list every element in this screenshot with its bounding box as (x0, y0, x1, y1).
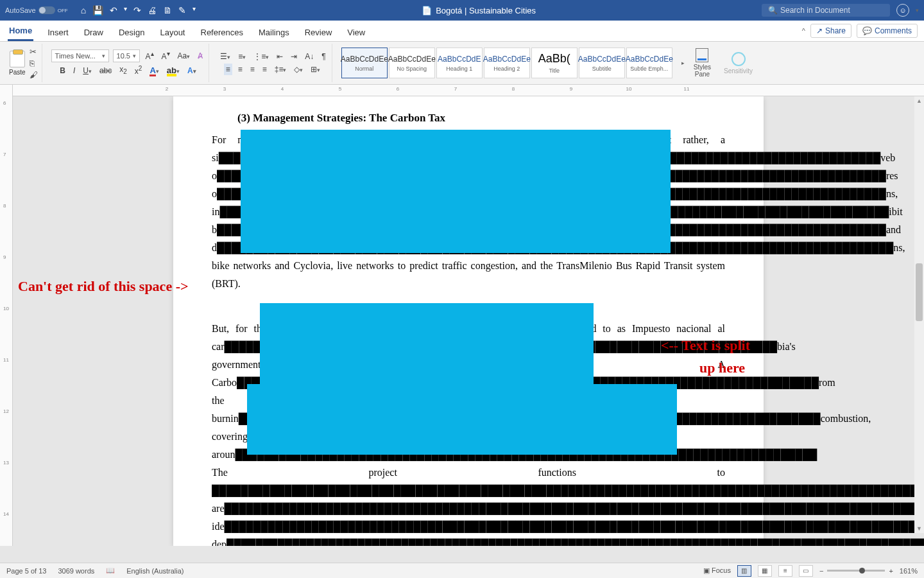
tab-references[interactable]: References (200, 24, 244, 41)
newdoc-icon[interactable]: 🗎 (163, 5, 172, 15)
slider-track[interactable] (827, 570, 885, 572)
autosave-state: OFF (58, 8, 68, 13)
bold-button[interactable]: B (58, 65, 67, 76)
annotation-left: Can't get rid of this space -> (18, 278, 189, 295)
style-heading-1[interactable]: AaBbCcDdEHeading 1 (436, 48, 483, 78)
align-left-button[interactable]: ≡ (224, 64, 232, 75)
bullets-button[interactable]: ☰▾ (218, 51, 232, 62)
comment-icon: 💬 (862, 26, 872, 35)
sensitivity-icon (732, 52, 746, 66)
ribbon-collapse-icon[interactable]: ^ (802, 27, 805, 35)
tab-home[interactable]: Home (8, 22, 33, 41)
user-chevron-icon[interactable]: ▾ (916, 7, 919, 13)
toggle-icon (38, 6, 55, 14)
word-count[interactable]: 3069 words (58, 567, 94, 575)
copy-icon[interactable]: ⎘ (30, 58, 38, 68)
tab-review[interactable]: Review (304, 24, 334, 41)
draft-view-icon[interactable]: ▭ (799, 565, 813, 577)
justify-button[interactable]: ≡ (261, 64, 269, 75)
clear-formatting-icon[interactable]: A̷ (196, 50, 205, 62)
page-area[interactable]: (3) Management Strategies: The Carbon Ta… (13, 96, 924, 546)
shading-button[interactable]: ◇▾ (292, 64, 305, 75)
outline-view-icon[interactable]: ≡ (778, 565, 792, 577)
autosave-toggle[interactable]: AutoSave OFF (5, 6, 68, 14)
user-account-icon[interactable]: ☺ (896, 4, 909, 17)
align-right-button[interactable]: ≡ (248, 64, 257, 75)
align-center-button[interactable]: ≡ (236, 64, 244, 75)
font-color-button[interactable]: A▾ (148, 64, 160, 76)
line-spacing-button[interactable]: ‡≡▾ (273, 64, 289, 75)
window-title: 📄 Bogotá | Sustainable Cities (196, 6, 762, 15)
tab-insert[interactable]: Insert (46, 24, 70, 41)
style-no-spacing[interactable]: AaBbCcDdEeNo Spacing (389, 48, 435, 78)
undo-chevron-icon[interactable]: ▾ (124, 5, 127, 15)
styles-pane-button[interactable]: Styles Pane (694, 48, 711, 78)
borders-button[interactable]: ⊞▾ (309, 64, 322, 75)
comments-button[interactable]: 💬Comments (857, 24, 918, 38)
paste-button[interactable]: Paste (9, 51, 26, 76)
page-indicator[interactable]: Page 5 of 13 (6, 567, 46, 575)
style-heading-2[interactable]: AaBbCcDdEeHeading 2 (484, 48, 530, 78)
tab-design[interactable]: Design (117, 24, 146, 41)
zoom-slider[interactable]: − + (819, 567, 893, 575)
vertical-scrollbar[interactable]: ▲ ▼ (914, 96, 924, 533)
style-title[interactable]: AaBb(Title (531, 48, 578, 78)
print-layout-view-icon[interactable]: ▥ (737, 565, 751, 577)
styles-pane-group: Styles Pane (690, 44, 715, 82)
grow-font-icon[interactable]: A▴ (144, 49, 156, 62)
tab-view[interactable]: View (346, 24, 366, 41)
annotation-right-1: <-- Text is split (661, 337, 750, 354)
format-painter-icon[interactable]: 🖌 (30, 70, 38, 80)
multilevel-list-button[interactable]: ⋮≡▾ (252, 51, 271, 62)
style-normal[interactable]: AaBbCcDdEeNormal (341, 48, 388, 78)
styles-more-icon[interactable]: ▸ (681, 60, 685, 66)
undo-icon[interactable]: ↶ (110, 5, 117, 15)
save-icon[interactable]: 💾 (92, 5, 103, 15)
language-indicator[interactable]: English (Australia) (126, 567, 184, 575)
spellcheck-icon[interactable]: 📖 (106, 566, 115, 575)
cut-icon[interactable]: ✂ (30, 47, 38, 57)
style-subtle-emph-[interactable]: AaBbCcDdEeSubtle Emph... (626, 48, 672, 78)
text-effects-button[interactable]: A▾ (185, 65, 198, 76)
focus-mode-button[interactable]: ▣ Focus (703, 566, 731, 575)
underline-button[interactable]: U▾ (81, 65, 94, 76)
increase-indent-button[interactable]: ⇥ (289, 51, 299, 62)
section-heading[interactable]: (3) Management Strategies: The Carbon Ta… (237, 112, 725, 125)
scroll-up-icon[interactable]: ▲ (916, 98, 922, 104)
vertical-ruler[interactable]: 67891011121314 (0, 96, 13, 546)
show-marks-button[interactable]: ¶ (320, 51, 327, 62)
numbering-button[interactable]: ≡▾ (236, 51, 248, 62)
tab-layout[interactable]: Layout (158, 24, 186, 41)
font-size-dropdown[interactable]: 10.5▾ (113, 49, 140, 62)
text-highlight-button[interactable]: ab▾ (165, 64, 182, 76)
tab-draw[interactable]: Draw (83, 24, 105, 41)
home-icon[interactable]: ⌂ (81, 5, 86, 15)
redo-icon[interactable]: ↷ (133, 5, 141, 15)
italic-button[interactable]: I (71, 65, 77, 76)
strikethrough-button[interactable]: abc (98, 65, 114, 76)
superscript-button[interactable]: x2 (133, 64, 144, 77)
print-icon[interactable]: 🖨 (148, 5, 157, 15)
change-case-icon[interactable]: Aa▾ (176, 50, 193, 62)
scroll-down-icon[interactable]: ▼ (916, 525, 922, 532)
style-subtitle[interactable]: AaBbCcDdEeSubtitle (579, 48, 625, 78)
zoom-level[interactable]: 161% (900, 567, 918, 575)
tab-mailings[interactable]: Mailings (257, 24, 291, 41)
web-layout-view-icon[interactable]: ▦ (758, 565, 772, 577)
subscript-button[interactable]: x2 (117, 64, 129, 76)
slider-thumb-icon[interactable] (859, 568, 865, 574)
share-button[interactable]: ↗Share (810, 24, 851, 38)
shrink-font-icon[interactable]: A▾ (160, 49, 172, 62)
editmode-icon[interactable]: ✎ (178, 5, 186, 15)
sort-button[interactable]: A↓ (303, 51, 316, 62)
zoom-out-icon[interactable]: − (819, 567, 823, 575)
search-input[interactable]: 🔍 Search in Document (762, 4, 890, 17)
ribbon: Paste ✂ ⎘ 🖌 Times New...▾ 10.5▾ A▴ A▾ Aa… (0, 42, 924, 85)
zoom-in-icon[interactable]: + (889, 567, 893, 575)
workspace: 67891011121314 (3) Management Strategies… (0, 96, 924, 546)
scroll-thumb[interactable] (916, 263, 923, 321)
font-name-dropdown[interactable]: Times New...▾ (51, 49, 109, 62)
ribbon-tabs: Home Insert Draw Design Layout Reference… (0, 21, 924, 42)
decrease-indent-button[interactable]: ⇤ (275, 51, 285, 62)
horizontal-ruler[interactable]: 234567891011 (13, 85, 924, 96)
